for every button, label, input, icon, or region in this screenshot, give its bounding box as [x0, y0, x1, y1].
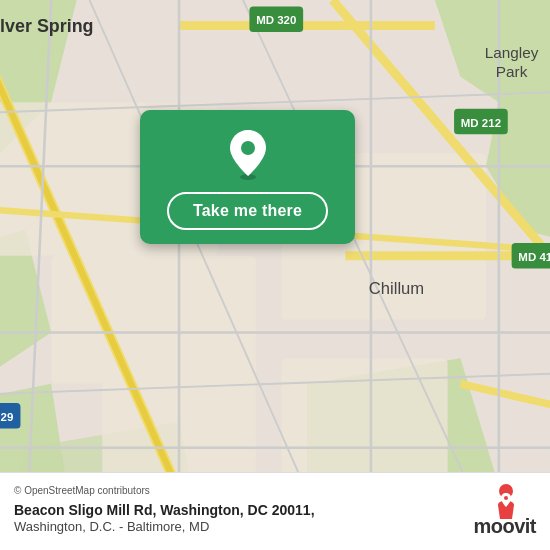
svg-text:MD 410: MD 410: [518, 251, 550, 263]
svg-text:MD 320: MD 320: [256, 14, 296, 26]
map-container: US 29 US 29 US 29 MD 320 MD 212 MD 410 M…: [0, 0, 550, 550]
svg-text:Park: Park: [496, 63, 528, 80]
location-card: Take me there: [140, 110, 355, 244]
svg-point-50: [241, 141, 255, 155]
svg-text:MD 212: MD 212: [461, 117, 501, 129]
svg-text:US 29: US 29: [0, 411, 13, 423]
bottom-bar: © OpenStreetMap contributors Beacon Slig…: [0, 472, 550, 550]
map-background: US 29 US 29 US 29 MD 320 MD 212 MD 410 M…: [0, 0, 550, 550]
svg-text:Silver Spring: Silver Spring: [0, 16, 94, 36]
address-line2: Washington, D.C. - Baltimore, MD: [14, 519, 315, 536]
osm-credit: © OpenStreetMap contributors: [14, 485, 315, 496]
moovit-logo: moovit moovit: [473, 483, 536, 538]
take-me-there-button[interactable]: Take me there: [167, 192, 328, 230]
svg-text:Langley: Langley: [485, 44, 539, 61]
svg-rect-11: [281, 358, 447, 486]
moovit-text: moovit: [473, 515, 536, 538]
svg-point-52: [504, 496, 508, 500]
svg-text:Chillum: Chillum: [369, 279, 424, 298]
address-line1: Beacon Sligo Mill Rd, Washington, DC 200…: [14, 501, 315, 519]
bottom-bar-left: © OpenStreetMap contributors Beacon Slig…: [14, 485, 315, 536]
location-pin-icon: [226, 128, 270, 180]
